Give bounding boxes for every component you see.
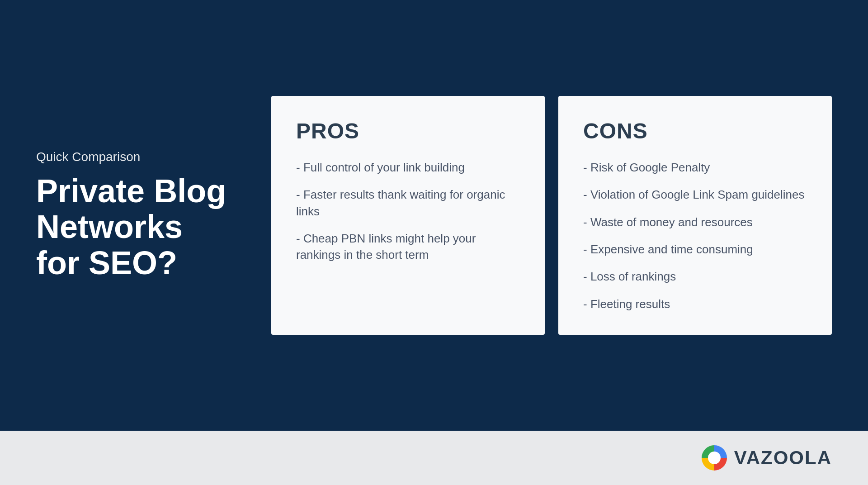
vazoola-logo-icon (700, 443, 729, 472)
cons-item-3: - Waste of money and resources (583, 214, 807, 230)
pros-item-1: - Full control of your link building (296, 159, 520, 176)
svg-point-1 (708, 452, 721, 464)
title-line2: Networks (36, 209, 183, 245)
cons-items: - Risk of Google Penalty - Violation of … (583, 159, 807, 312)
pros-item-3: - Cheap PBN links might help your rankin… (296, 230, 520, 263)
footer: VAZOOLA (0, 431, 868, 485)
pros-items: - Full control of your link building - F… (296, 159, 520, 263)
main-area: Quick Comparison Private Blog Networks f… (0, 0, 868, 431)
logo-container: VAZOOLA (700, 443, 832, 472)
logo-text: VAZOOLA (734, 447, 832, 469)
title-line3: for SEO? (36, 245, 177, 281)
pros-card: PROS - Full control of your link buildin… (271, 96, 545, 335)
cons-item-1: - Risk of Google Penalty (583, 159, 807, 176)
pros-title: PROS (296, 119, 520, 143)
cons-card: CONS - Risk of Google Penalty - Violatio… (558, 96, 832, 335)
cons-title: CONS (583, 119, 807, 143)
pros-item-2: - Faster results thank waiting for organ… (296, 186, 520, 219)
cons-item-5: - Loss of rankings (583, 268, 807, 285)
quick-comparison-label: Quick Comparison (36, 150, 235, 164)
left-section: Quick Comparison Private Blog Networks f… (36, 150, 253, 281)
cons-item-2: - Violation of Google Link Spam guidelin… (583, 186, 807, 203)
title-line1: Private Blog (36, 173, 226, 209)
main-title: Private Blog Networks for SEO? (36, 173, 235, 281)
cons-item-4: - Expensive and time consuming (583, 241, 807, 257)
cards-section: PROS - Full control of your link buildin… (253, 96, 832, 335)
cons-item-6: - Fleeting results (583, 296, 807, 312)
